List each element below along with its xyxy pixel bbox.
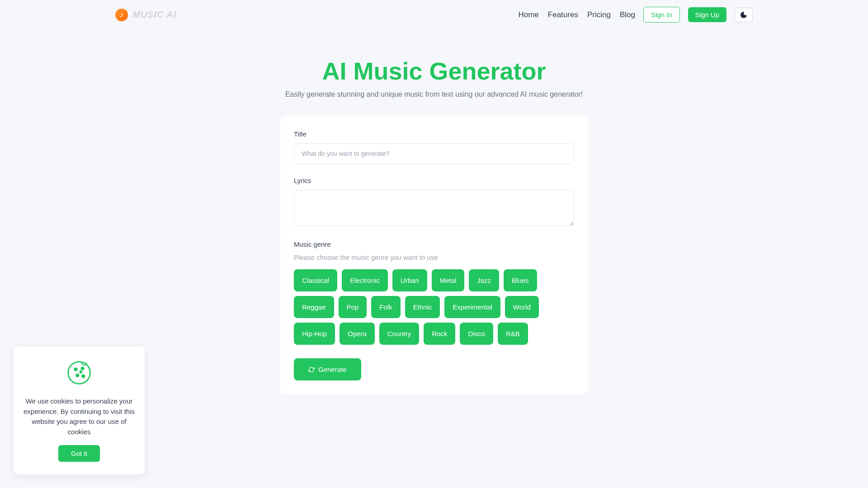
svg-point-3 xyxy=(76,374,79,377)
genre-ethnic[interactable]: Ethnic xyxy=(405,296,440,318)
lyrics-label: Lyrics xyxy=(294,177,574,184)
main-content: AI Music Generator Easily generate stunn… xyxy=(280,30,588,394)
nav-container: Home Features Pricing Blog Sign In Sign … xyxy=(518,7,753,23)
svg-point-4 xyxy=(82,375,85,378)
genre-grid: Classical Electronic Urban Metal Jazz Bl… xyxy=(294,269,574,345)
nav-home[interactable]: Home xyxy=(518,10,538,19)
genre-label: Music genre xyxy=(294,240,574,248)
genre-hip-hop[interactable]: Hip-Hop xyxy=(294,323,335,345)
signin-button[interactable]: Sign In xyxy=(643,7,680,23)
genre-urban[interactable]: Urban xyxy=(392,269,427,291)
genre-classical[interactable]: Classical xyxy=(294,269,337,291)
generate-label: Generate xyxy=(318,366,347,373)
refresh-icon xyxy=(308,366,315,373)
moon-icon xyxy=(741,12,747,18)
signup-button[interactable]: Sign Up xyxy=(688,7,726,22)
genre-rnb[interactable]: R&B xyxy=(498,323,528,345)
svg-point-1 xyxy=(75,368,77,371)
genre-rock[interactable]: Rock xyxy=(424,323,455,345)
generate-button[interactable]: Generate xyxy=(294,358,361,380)
music-note-icon xyxy=(115,9,128,21)
genre-disco[interactable]: Disco xyxy=(460,323,493,345)
svg-point-2 xyxy=(81,367,84,370)
lyrics-textarea[interactable] xyxy=(294,190,574,226)
genre-electronic[interactable]: Electronic xyxy=(342,269,388,291)
genre-world[interactable]: World xyxy=(505,296,539,318)
cookie-banner: We use cookies to personalize your exper… xyxy=(14,347,145,474)
brand-name: MUSIC AI xyxy=(132,9,176,20)
genre-metal[interactable]: Metal xyxy=(432,269,465,291)
cookie-icon xyxy=(66,359,93,386)
header: MUSIC AI Home Features Pricing Blog Sign… xyxy=(0,0,868,30)
title-input[interactable] xyxy=(294,143,574,164)
nav-links: Home Features Pricing Blog xyxy=(518,10,635,19)
nav-blog[interactable]: Blog xyxy=(620,10,635,19)
logo[interactable]: MUSIC AI xyxy=(115,9,176,21)
page-title: AI Music Generator xyxy=(280,57,588,85)
genre-blues[interactable]: Blues xyxy=(504,269,537,291)
svg-point-0 xyxy=(68,362,90,384)
genre-pop[interactable]: Pop xyxy=(339,296,367,318)
cookie-accept-button[interactable]: Got it xyxy=(58,445,100,462)
genre-experimental[interactable]: Experimental xyxy=(444,296,500,318)
genre-jazz[interactable]: Jazz xyxy=(469,269,499,291)
genre-reggae[interactable]: Reggae xyxy=(294,296,334,318)
nav-features[interactable]: Features xyxy=(548,10,578,19)
title-label: Title xyxy=(294,130,574,138)
theme-toggle-button[interactable] xyxy=(735,8,753,22)
genre-opera[interactable]: Opera xyxy=(340,323,375,345)
nav-pricing[interactable]: Pricing xyxy=(587,10,611,19)
genre-hint: Please choose the music genre you want t… xyxy=(294,253,574,261)
svg-point-5 xyxy=(80,371,82,373)
generator-form: Title Lyrics Music genre Please choose t… xyxy=(280,117,588,394)
cookie-text: We use cookies to personalize your exper… xyxy=(24,396,135,437)
genre-country[interactable]: Country xyxy=(379,323,420,345)
genre-folk[interactable]: Folk xyxy=(371,296,400,318)
page-subtitle: Easily generate stunning and unique musi… xyxy=(280,90,588,99)
